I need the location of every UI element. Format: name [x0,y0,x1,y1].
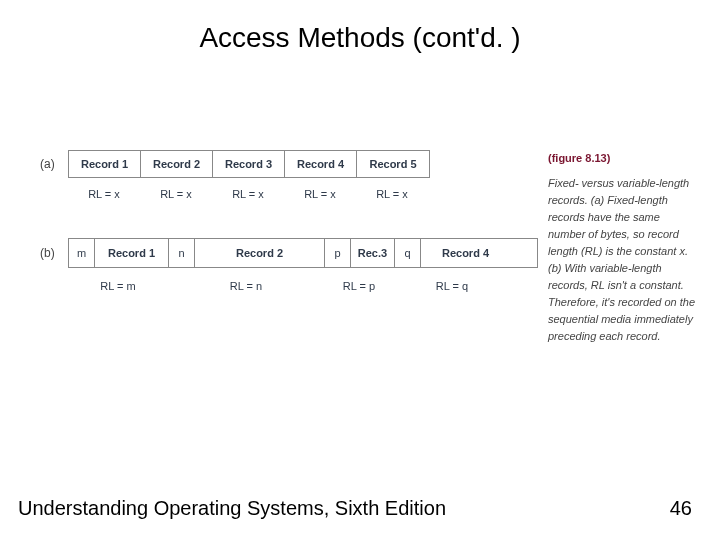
figure-a-label: (a) [40,157,68,171]
rl-label: RL = x [140,188,212,200]
slide-title: Access Methods (cont'd. ) [0,0,720,54]
footer-page-number: 46 [670,497,692,520]
record-cell: Record 4 [285,151,357,177]
figure-caption: (figure 8.13) Fixed- versus variable-len… [548,150,700,346]
figure-caption-text: Fixed- versus variable-length records. (… [548,177,695,342]
record-cell: Record 1 [69,151,141,177]
figure-b-row: (b) mRecord 1nRecord 2pRec.3qRecord 4 [40,238,538,268]
record-cell: Record 4 [420,239,510,267]
rl-label: RL = p [324,280,394,292]
figure-a-boxes: Record 1 Record 2 Record 3 Record 4 Reco… [68,150,430,178]
figure-a-under: RL = x RL = x RL = x RL = x RL = x [68,188,538,200]
figure-b-under: RL = mRL = nRL = pRL = q [68,280,538,292]
length-cell: m [68,239,94,267]
rl-label: RL = q [394,280,510,292]
content-area: (a) Record 1 Record 2 Record 3 Record 4 … [40,150,700,346]
figures: (a) Record 1 Record 2 Record 3 Record 4 … [40,150,538,346]
length-cell: p [324,239,350,267]
record-cell: Rec.3 [350,239,394,267]
figure-b-label: (b) [40,246,68,260]
record-cell: Record 5 [357,151,429,177]
figure-number: (figure 8.13) [548,150,700,167]
figure-b-track: mRecord 1nRecord 2pRec.3qRecord 4 [68,238,538,268]
length-cell: n [168,239,194,267]
rl-label: RL = x [212,188,284,200]
rl-label: RL = x [284,188,356,200]
rl-label: RL = x [356,188,428,200]
rl-label: RL = x [68,188,140,200]
rl-label: RL = n [168,280,324,292]
record-cell: Record 2 [194,239,324,267]
record-cell: Record 1 [94,239,168,267]
rl-label: RL = m [68,280,168,292]
figure-a-row: (a) Record 1 Record 2 Record 3 Record 4 … [40,150,538,178]
record-cell: Record 3 [213,151,285,177]
record-cell: Record 2 [141,151,213,177]
length-cell: q [394,239,420,267]
footer-book-title: Understanding Operating Systems, Sixth E… [18,497,446,520]
